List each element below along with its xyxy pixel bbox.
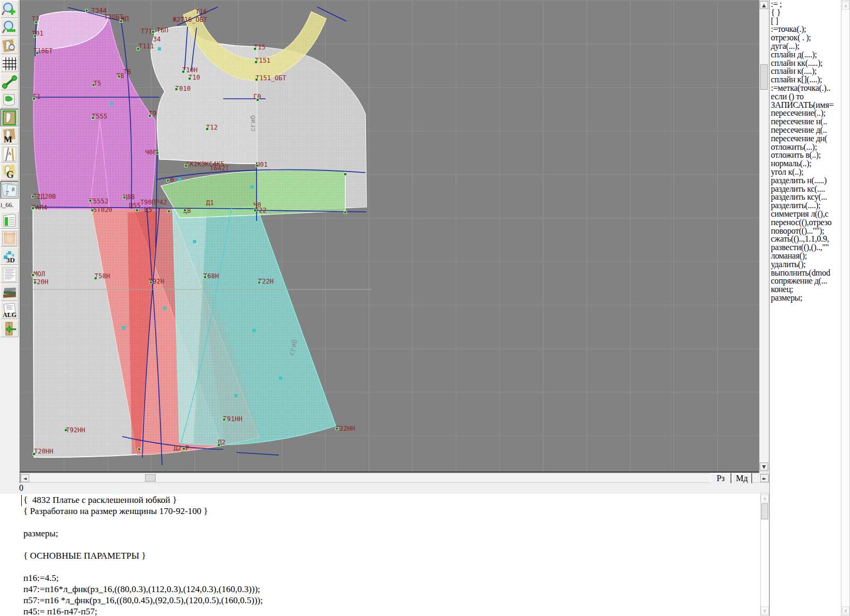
alg-button[interactable]: ALG: [1, 302, 19, 319]
command-item[interactable]: конец;: [771, 285, 841, 294]
construction-point[interactable]: [32, 452, 36, 456]
command-item[interactable]: развести((),()..,"": [771, 243, 841, 252]
command-item[interactable]: отложить в(..);: [771, 151, 841, 159]
command-item[interactable]: пересечение д(..: [771, 126, 841, 134]
hscroll-thumb[interactable]: [145, 474, 156, 482]
command-item[interactable]: пересечение н(..: [771, 117, 841, 126]
construction-point[interactable]: [31, 195, 35, 198]
canvas-hscrollbar[interactable]: ◄ ►: [20, 473, 769, 483]
selected-point[interactable]: [252, 329, 256, 332]
selected-point[interactable]: [158, 47, 161, 50]
construction-point[interactable]: [35, 21, 38, 24]
command-item[interactable]: сплайн д(....);: [771, 50, 841, 59]
command-item[interactable]: := ;: [771, 0, 841, 8]
zoom-out-button[interactable]: [1, 19, 19, 36]
grid-button[interactable]: [1, 55, 19, 72]
construction-point[interactable]: [31, 273, 35, 277]
construction-point[interactable]: [32, 97, 36, 100]
command-item[interactable]: отрезок( . );: [771, 33, 841, 42]
draw-tools-button[interactable]: A: [1, 145, 19, 162]
construction-point[interactable]: [217, 443, 220, 447]
construction-point[interactable]: [137, 47, 140, 50]
layout-sheet-button[interactable]: [1, 91, 19, 108]
construction-point[interactable]: [188, 77, 191, 80]
scroll-down-button[interactable]: ▼: [760, 463, 768, 470]
panel-vscrollbar[interactable]: ∧ ∨: [841, 0, 850, 616]
panel-scroll-up[interactable]: ∧: [842, 2, 849, 10]
scroll-right-button[interactable]: ►: [760, 474, 769, 482]
command-item[interactable]: разделить(....);: [771, 201, 841, 210]
command-item[interactable]: пересечение(..);: [771, 109, 841, 117]
md-button[interactable]: Мд: [732, 473, 752, 484]
vscroll-thumb[interactable]: [760, 64, 768, 90]
pattern-g-button[interactable]: G: [1, 163, 19, 181]
construction-point[interactable]: [175, 88, 178, 91]
command-item[interactable]: нормаль(..);: [771, 159, 841, 168]
spreadsheet-button[interactable]: [1, 211, 19, 229]
selected-point[interactable]: [122, 326, 125, 329]
construction-point[interactable]: [33, 35, 37, 38]
construction-point[interactable]: [344, 211, 347, 214]
command-item[interactable]: сжать(()..,1.1,0.9,: [771, 235, 841, 243]
exit-button[interactable]: [1, 320, 19, 337]
selected-point[interactable]: [193, 240, 196, 243]
construction-point[interactable]: [92, 83, 95, 87]
construction-point[interactable]: [151, 30, 155, 33]
construction-point[interactable]: [64, 429, 67, 432]
command-item[interactable]: выполнить(dmod: [771, 269, 841, 277]
command-item[interactable]: разделить ксу(...: [771, 193, 841, 201]
photo-button[interactable]: [1, 229, 19, 247]
command-item[interactable]: сопряжение д(...: [771, 277, 841, 285]
construction-point[interactable]: [182, 70, 185, 73]
selected-point[interactable]: [163, 306, 166, 310]
construction-point[interactable]: [156, 151, 159, 155]
construction-point[interactable]: [138, 448, 141, 451]
construction-point[interactable]: [89, 199, 92, 202]
view-3d-button[interactable]: 3D: [1, 247, 19, 265]
construction-point[interactable]: [91, 116, 95, 119]
construction-point[interactable]: [182, 447, 185, 450]
text-list-button[interactable]: [1, 266, 19, 283]
construction-point[interactable]: [258, 281, 261, 284]
canvas-vscrollbar[interactable]: ▲ ▼: [759, 0, 769, 472]
command-item[interactable]: ЗАПИСАТЬ(имя=: [771, 101, 841, 109]
pattern-outline-button[interactable]: [1, 109, 19, 126]
construction-point[interactable]: [120, 20, 123, 23]
construction-point[interactable]: [253, 209, 257, 212]
scroll-left-button[interactable]: ◄: [21, 474, 29, 482]
sizes-sheet-button[interactable]: 7 8: [1, 181, 19, 199]
command-item[interactable]: угол к(..);: [771, 168, 841, 176]
construction-point[interactable]: [254, 61, 258, 64]
construction-point[interactable]: [167, 210, 171, 213]
selected-point[interactable]: [279, 377, 282, 380]
construction-point[interactable]: [36, 52, 39, 55]
construction-point[interactable]: [31, 207, 35, 210]
construction-point[interactable]: [148, 114, 151, 117]
construction-point[interactable]: [184, 164, 188, 167]
selected-point[interactable]: [178, 178, 181, 181]
selected-point[interactable]: [234, 394, 237, 397]
construction-point[interactable]: [33, 281, 37, 284]
rz-button[interactable]: Рз: [710, 473, 731, 484]
construction-point[interactable]: [206, 127, 209, 131]
construction-point[interactable]: [256, 164, 259, 167]
construction-point[interactable]: [335, 427, 338, 430]
construction-point[interactable]: [149, 281, 152, 284]
command-item[interactable]: если () то: [771, 92, 841, 101]
zoom-in-button[interactable]: [1, 1, 19, 18]
construction-point[interactable]: [183, 209, 186, 212]
command-item[interactable]: симметрия л((),с: [771, 210, 841, 218]
command-item[interactable]: перенос((),отрезо: [771, 218, 841, 227]
command-item[interactable]: сплайн к[](....);: [771, 75, 841, 84]
scroll-up-button[interactable]: ▲: [760, 1, 768, 9]
command-item[interactable]: разделить н(.....): [771, 176, 841, 185]
command-item[interactable]: дуга(...);: [771, 42, 841, 50]
measure-button[interactable]: [1, 73, 19, 90]
code-scroll-down[interactable]: ∨: [761, 606, 769, 614]
command-item[interactable]: отложить(...);: [771, 143, 841, 151]
construction-point[interactable]: [85, 9, 88, 12]
command-item[interactable]: ломаная();: [771, 252, 841, 260]
command-item[interactable]: разделить кс(....: [771, 185, 841, 193]
construction-point[interactable]: [135, 209, 139, 212]
construction-point[interactable]: [91, 209, 94, 212]
